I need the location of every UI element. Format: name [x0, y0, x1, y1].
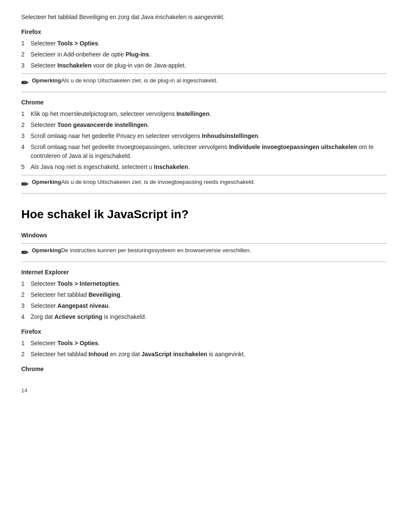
step-row: 2 Selecteer in Add-onbeheer de optie Plu…: [21, 50, 387, 59]
step-row: 3 Selecteer Aangepast niveau.: [21, 301, 387, 310]
step-text: Selecteer het tabblad Inhoud en zorg dat…: [31, 350, 387, 359]
chrome-steps-section: 1 Klik op het moersleutelpictogram, sele…: [21, 110, 387, 172]
chrome2-heading: Chrome: [21, 365, 387, 374]
step-row: 1 Klik op het moersleutelpictogram, sele…: [21, 110, 387, 118]
step-text: Selecteer Tools > Opties.: [31, 339, 387, 348]
firefox-heading: Firefox: [21, 28, 387, 37]
chrome-note-text: Als u de knop Uitschakelen ziet, is de i…: [61, 178, 387, 186]
javascript-heading: Hoe schakel ik JavaScript in?: [21, 205, 387, 223]
step-number: 4: [21, 312, 31, 321]
step-text: Selecteer Tools > Opties.: [31, 39, 387, 48]
note-label: ✏ Opmerking: [21, 178, 61, 191]
step-number: 1: [21, 279, 31, 288]
step-number: 1: [21, 110, 31, 118]
step-text: Selecteer Toon geavanceerde instellingen…: [31, 121, 387, 129]
windows-heading: Windows: [21, 231, 387, 240]
step-text: Als Java nog niet is ingeschakeld, selec…: [31, 163, 387, 172]
step-row: 1 Selecteer Tools > Opties.: [21, 339, 387, 348]
step-row: 4 Zorg dat Actieve scripting is ingescha…: [21, 312, 387, 321]
step-row: 5 Als Java nog niet is ingeschakeld, sel…: [21, 163, 387, 172]
step-row: 1 Selecteer Tools > Internetopties.: [21, 279, 387, 288]
step-text: Scroll omlaag naar het gedeelte Privacy …: [31, 132, 387, 141]
step-number: 2: [21, 290, 31, 299]
step-number: 4: [21, 143, 31, 160]
step-number: 1: [21, 39, 31, 48]
pencil-icon: ✏: [21, 178, 28, 191]
ie-heading: Internet Explorer: [21, 268, 387, 277]
step-number: 5: [21, 163, 31, 172]
step-text: Selecteer Aangepast niveau.: [31, 301, 387, 310]
step-text: Scroll omlaag naar het gedeelte Invoegto…: [31, 143, 387, 160]
firefox2-heading: Firefox: [21, 327, 387, 336]
top-para-1: Selecteer het tabblad Beveiliging en zor…: [21, 13, 387, 22]
chrome-note-block: ✏ Opmerking Als u de knop Uitschakelen z…: [21, 175, 387, 194]
step-number: 3: [21, 301, 31, 310]
step-row: 4 Scroll omlaag naar het gedeelte Invoeg…: [21, 143, 387, 160]
ie-steps-section: 1 Selecteer Tools > Internetopties. 2 Se…: [21, 279, 387, 321]
step-number: 3: [21, 132, 31, 141]
step-row: 1 Selecteer Tools > Opties.: [21, 39, 387, 48]
step-text: Klik op het moersleutelpictogram, select…: [31, 110, 387, 118]
step-number: 1: [21, 339, 31, 348]
step-row: 3 Scroll omlaag naar het gedeelte Privac…: [21, 132, 387, 141]
chrome-heading: Chrome: [21, 98, 387, 107]
firefox-steps-section: 1 Selecteer Tools > Opties. 2 Selecteer …: [21, 39, 387, 70]
step-number: 3: [21, 61, 31, 70]
step-number: 2: [21, 121, 31, 129]
firefox-note-text: Als u de knop Uitschakelen ziet, is de p…: [61, 76, 387, 85]
step-text: Selecteer Inschakelen voor de plug-in va…: [31, 61, 387, 70]
step-row: 2 Selecteer het tabblad Inhoud en zorg d…: [21, 350, 387, 359]
step-text: Selecteer het tabblad Beveiliging.: [31, 290, 387, 299]
note-label: ✏ Opmerking: [21, 246, 61, 259]
page-number: 14: [21, 386, 387, 395]
firefox2-steps-section: 1 Selecteer Tools > Opties. 2 Selecteer …: [21, 339, 387, 359]
step-row: 2 Selecteer Toon geavanceerde instelling…: [21, 121, 387, 129]
step-text: Selecteer in Add-onbeheer de optie Plug-…: [31, 50, 387, 59]
step-text: Zorg dat Actieve scripting is ingeschake…: [31, 312, 387, 321]
pencil-icon: ✏: [21, 76, 28, 89]
step-text: Selecteer Tools > Internetopties.: [31, 279, 387, 288]
pencil-icon: ✏: [21, 246, 28, 259]
step-row: 2 Selecteer het tabblad Beveiliging.: [21, 290, 387, 299]
step-number: 2: [21, 50, 31, 59]
windows-note-block: ✏ Opmerking De instructies kunnen per be…: [21, 243, 387, 262]
step-row: 3 Selecteer Inschakelen voor de plug-in …: [21, 61, 387, 70]
note-label: ✏ Opmerking: [21, 76, 61, 89]
windows-note-text: De instructies kunnen per besturingssyst…: [61, 246, 387, 255]
firefox-note-block: ✏ Opmerking Als u de knop Uitschakelen z…: [21, 73, 387, 92]
step-number: 2: [21, 350, 31, 359]
